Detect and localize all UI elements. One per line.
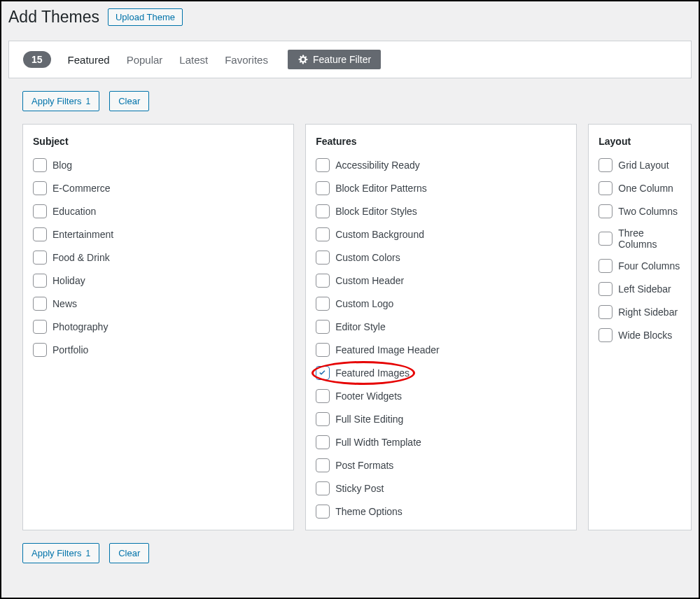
checkbox-label[interactable]: Theme Options [335,506,402,517]
checkbox-label[interactable]: Footer Widgets [335,390,402,402]
checkbox-label[interactable]: Wide Blocks [618,330,672,341]
checkbox[interactable] [316,435,330,449]
apply-filters-button[interactable]: Apply Filters 1 [22,91,99,111]
checkbox[interactable] [598,204,612,218]
checkbox-label[interactable]: Grid Layout [618,160,668,171]
checkbox[interactable] [316,389,330,403]
checkbox-label[interactable]: Featured Image Header [335,344,440,355]
checkbox[interactable] [33,320,47,334]
checkbox-label[interactable]: Custom Background [335,229,424,240]
filter-bar: 15 FeaturedPopularLatestFavorites Featur… [8,41,692,78]
checkbox-label[interactable]: Custom Header [335,275,404,286]
upload-theme-button[interactable]: Upload Theme [108,8,183,26]
checkbox-item: Featured Images [316,366,566,380]
apply-filters-label: Apply Filters [31,96,82,106]
checkbox-label[interactable]: Food & Drink [52,252,110,263]
checkbox-label[interactable]: Block Editor Styles [335,206,417,217]
checkbox-item: Custom Logo [316,297,566,311]
checkbox[interactable] [316,366,330,380]
checkbox[interactable] [316,181,330,195]
checkbox[interactable] [33,343,47,357]
checkbox[interactable] [33,158,47,172]
clear-button[interactable]: Clear [109,91,149,111]
checkbox[interactable] [33,251,47,265]
checkbox-label[interactable]: Full Site Editing [335,414,403,425]
checkbox-item: Right Sidebar [598,305,681,319]
apply-filters-label: Apply Filters [31,548,82,558]
filter-link-popular[interactable]: Popular [127,54,163,66]
checkbox[interactable] [316,227,330,241]
checkbox-item: Three Columns [598,227,681,250]
checkbox[interactable] [598,305,612,319]
checkbox[interactable] [316,251,330,265]
group-title-features: Features [316,136,566,147]
check-icon [317,367,328,379]
apply-filters-button-bottom[interactable]: Apply Filters 1 [22,543,99,563]
checkbox[interactable] [598,282,612,296]
checkbox-item: Left Sidebar [598,282,681,296]
checkbox[interactable] [316,158,330,172]
checkbox-item: Sticky Post [316,481,566,495]
checkbox-item: Accessibility Ready [316,158,566,172]
checkbox-label[interactable]: One Column [618,183,673,194]
filter-group-layout: Layout Grid LayoutOne ColumnTwo ColumnsT… [588,124,692,530]
checkbox-label[interactable]: Featured Images [335,367,410,379]
checkbox[interactable] [316,343,330,357]
checkbox[interactable] [33,227,47,241]
checkbox[interactable] [33,297,47,311]
filter-group-subject: Subject BlogE-CommerceEducationEntertain… [22,124,294,530]
checkbox-item: Holiday [33,274,284,288]
checkbox-label[interactable]: Photography [52,321,108,332]
checkbox[interactable] [316,481,330,495]
checkbox-label[interactable]: News [52,298,77,309]
filter-link-favorites[interactable]: Favorites [225,54,268,66]
theme-count-badge: 15 [23,51,51,68]
checkbox[interactable] [33,204,47,218]
feature-filter-button[interactable]: Feature Filter [288,50,381,69]
checkbox[interactable] [598,158,612,172]
filter-link-featured[interactable]: Featured [68,54,110,66]
checkbox-item: Full Site Editing [316,412,566,426]
checkbox-label[interactable]: Block Editor Patterns [335,183,427,194]
checkbox[interactable] [316,412,330,426]
checkbox-label[interactable]: Post Formats [335,460,393,471]
checkbox-label[interactable]: Editor Style [335,321,386,332]
filter-link-latest[interactable]: Latest [179,54,208,66]
apply-filters-count: 1 [86,97,91,106]
checkbox[interactable] [316,505,330,519]
checkbox-label[interactable]: Portfolio [52,344,88,355]
checkbox-label[interactable]: E-Commerce [52,183,110,194]
buttons-row-bottom: Apply Filters 1 Clear [1,530,699,563]
checkbox-label[interactable]: Left Sidebar [618,283,671,295]
checkbox[interactable] [316,204,330,218]
checkbox[interactable] [598,232,612,246]
page-title: Add Themes [8,8,99,27]
checkbox-label[interactable]: Entertainment [52,229,113,240]
checkbox-label[interactable]: Custom Logo [335,298,393,309]
checkbox[interactable] [598,328,612,342]
checkbox[interactable] [33,274,47,288]
checkbox-label[interactable]: Education [52,206,96,217]
checkbox-item: Custom Background [316,227,566,241]
checkbox-label[interactable]: Four Columns [618,260,680,272]
checkbox[interactable] [316,274,330,288]
checkbox[interactable] [33,181,47,195]
checkbox-label[interactable]: Blog [52,160,72,171]
checkbox[interactable] [316,320,330,334]
checkbox-label[interactable]: Accessibility Ready [335,160,420,171]
checkbox-label[interactable]: Three Columns [618,227,681,250]
checkbox-label[interactable]: Sticky Post [335,483,384,494]
checkbox-label[interactable]: Full Width Template [335,437,421,448]
checkbox[interactable] [316,297,330,311]
clear-button-bottom[interactable]: Clear [109,543,149,563]
checkbox-item: Custom Header [316,274,566,288]
checkbox[interactable] [598,259,612,273]
gear-icon [298,54,309,65]
apply-filters-count: 1 [86,549,91,558]
checkbox[interactable] [316,458,330,472]
checkbox-label[interactable]: Two Columns [618,206,678,217]
checkbox[interactable] [598,181,612,195]
checkbox-label[interactable]: Custom Colors [335,252,400,263]
checkbox-label[interactable]: Holiday [52,275,85,286]
checkbox-label[interactable]: Right Sidebar [618,306,678,318]
